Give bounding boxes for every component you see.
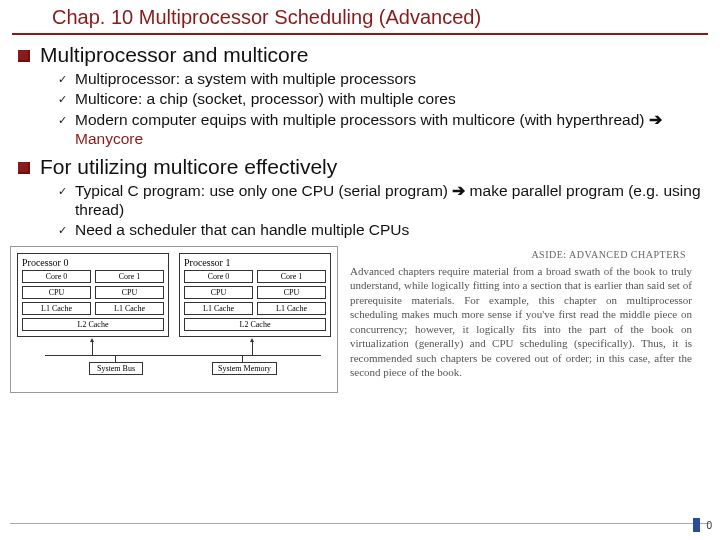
processor-0-box: Processor 0 Core 0 Core 1 CPU CPU L1 Cac… [17,253,169,337]
section-2-text: For utilizing multicore effectively [40,155,337,179]
section-1-heading: Multiprocessor and multicore [18,43,702,67]
footer-rule [10,523,710,524]
cpu-label: CPU [95,286,164,299]
footer-accent [693,518,700,532]
item-text: Modern computer equips with multiple pro… [75,110,702,149]
list-item: ✓ Typical C program: use only one CPU (s… [58,181,702,220]
l2-cache-label: L2 Cache [22,318,164,331]
page-number: 0 [706,520,712,531]
check-icon: ✓ [58,185,67,198]
slide-title: Chap. 10 Multiprocessor Scheduling (Adva… [52,6,481,28]
list-item: ✓ Multicore: a chip (socket, processor) … [58,89,702,108]
title-bar: Chap. 10 Multiprocessor Scheduling (Adva… [12,0,708,35]
processor-0-label: Processor 0 [22,257,164,268]
l1-cache-label: L1 Cache [22,302,91,315]
processor-1-box: Processor 1 Core 0 Core 1 CPU CPU L1 Cac… [179,253,331,337]
arrow-icon: ➔ [649,111,662,128]
l1-cache-label: L1 Cache [95,302,164,315]
list-item: ✓ Modern computer equips with multiple p… [58,110,702,149]
l2-cache-label: L2 Cache [184,318,326,331]
check-icon: ✓ [58,224,67,237]
list-item: ✓ Multiprocessor: a system with multiple… [58,69,702,88]
check-icon: ✓ [58,93,67,106]
item-text: Multiprocessor: a system with multiple p… [75,69,416,88]
section-2-list: ✓ Typical C program: use only one CPU (s… [58,181,702,240]
item-text: Need a scheduler that can handle multipl… [75,220,409,239]
core-label: Core 1 [95,270,164,283]
core-label: Core 0 [22,270,91,283]
section-1-text: Multiprocessor and multicore [40,43,308,67]
slide-content: Multiprocessor and multicore ✓ Multiproc… [0,43,720,240]
processor-1-label: Processor 1 [184,257,326,268]
item-text: Typical C program: use only one CPU (ser… [75,181,702,220]
aside-body: Advanced chapters require material from … [350,264,692,380]
l1-cache-label: L1 Cache [184,302,253,315]
check-icon: ✓ [58,73,67,86]
l1-cache-label: L1 Cache [257,302,326,315]
architecture-diagram: Processor 0 Core 0 Core 1 CPU CPU L1 Cac… [10,246,338,393]
check-icon: ✓ [58,114,67,127]
bus-area: System Bus System Memory [17,341,331,386]
cpu-label: CPU [22,286,91,299]
system-memory-label: System Memory [212,362,277,375]
core-label: Core 0 [184,270,253,283]
section-2-heading: For utilizing multicore effectively [18,155,702,179]
list-item: ✓ Need a scheduler that can handle multi… [58,220,702,239]
highlight-manycore: Manycore [75,130,143,147]
cpu-label: CPU [257,286,326,299]
item-text: Multicore: a chip (socket, processor) wi… [75,89,456,108]
cpu-label: CPU [184,286,253,299]
bottom-row: Processor 0 Core 0 Core 1 CPU CPU L1 Cac… [10,246,710,393]
system-bus-label: System Bus [89,362,143,375]
aside-note: ASIDE: ADVANCED CHAPTERS Advanced chapte… [344,246,696,380]
core-label: Core 1 [257,270,326,283]
square-bullet-icon [18,50,30,62]
arrow-icon: ➔ [452,182,465,199]
square-bullet-icon [18,162,30,174]
aside-heading: ASIDE: ADVANCED CHAPTERS [350,248,692,261]
section-1-list: ✓ Multiprocessor: a system with multiple… [58,69,702,149]
